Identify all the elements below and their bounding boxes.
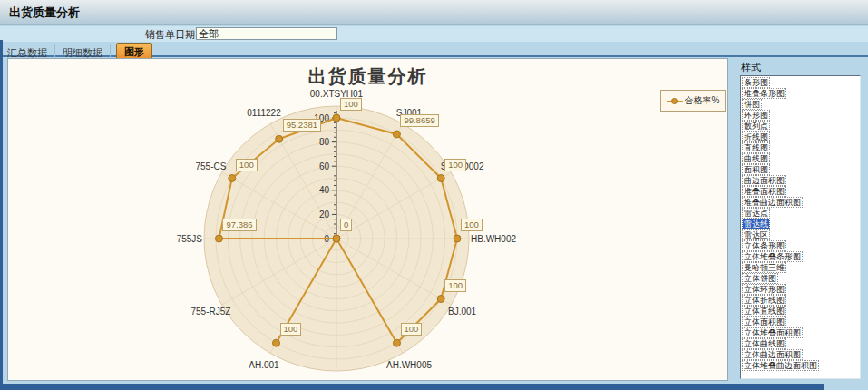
style-list-item[interactable]: 雷达区 <box>742 229 860 240</box>
style-list-item[interactable]: 立体直线图 <box>742 306 860 317</box>
window-titlebar: 出货质量分析 <box>0 0 868 25</box>
window-bottom-border <box>0 384 824 390</box>
data-point <box>454 235 461 242</box>
category-label: AH.001 <box>249 359 278 369</box>
value-label: 100 <box>401 323 423 336</box>
style-list-item[interactable]: 散列点 <box>742 121 860 132</box>
radar-chart: 020406080100 <box>8 59 728 381</box>
tab-graph[interactable]: 图形 <box>116 43 152 58</box>
window-left-border <box>0 40 3 390</box>
chart-legend: 合格率% <box>660 90 726 112</box>
category-label: AH.RH.001 <box>314 379 360 382</box>
data-point <box>273 339 280 346</box>
chart-title: 出货质量分析 <box>8 64 727 89</box>
style-list-item[interactable]: 堆叠曲边面积图 <box>742 197 860 208</box>
style-list-item[interactable]: 直线图 <box>742 142 860 153</box>
style-list-item[interactable]: 立体环形图 <box>742 284 860 295</box>
value-label: 0 <box>340 219 352 231</box>
data-point <box>229 175 236 182</box>
category-label: 755JS <box>177 234 202 244</box>
data-point <box>394 339 401 346</box>
axis-tick-label: 40 <box>319 185 330 195</box>
category-label: 755-CS <box>195 161 226 171</box>
data-point <box>437 175 444 182</box>
sales-date-input[interactable] <box>196 27 337 40</box>
style-list-item[interactable]: 雷达点 <box>742 208 860 219</box>
category-label: AH.WH005 <box>386 359 432 369</box>
tab-detail-data[interactable]: 明细数据 <box>55 44 111 58</box>
axis-tick-label: 20 <box>319 210 330 219</box>
value-label: 99.8659 <box>400 114 438 127</box>
data-point <box>333 114 340 122</box>
value-label: 100 <box>280 323 302 336</box>
style-list-item[interactable]: 环形图 <box>742 110 860 121</box>
chart-style-listbox[interactable]: 条形图堆叠条形图饼图环形图散列点折线图直线图曲线图面积图曲边面积图堆叠面积图堆叠… <box>740 75 861 379</box>
data-point <box>437 296 444 303</box>
value-label: 100 <box>444 279 466 292</box>
legend-line-dot-icon <box>667 98 683 104</box>
style-list-item[interactable]: 面积图 <box>742 164 860 175</box>
style-list-item[interactable]: 条形图 <box>742 77 860 88</box>
value-label: 95.2381 <box>283 119 321 132</box>
style-list-item[interactable]: 堆叠条形图 <box>742 88 860 99</box>
style-list-item[interactable]: 立体面积图 <box>742 317 860 327</box>
style-list-item[interactable]: 折线图 <box>742 132 860 142</box>
style-list-item[interactable]: 曲线图 <box>742 153 860 164</box>
data-point <box>393 131 400 138</box>
axis-tick-label: 60 <box>319 161 330 171</box>
tab-bar: 汇总数据明细数据图形 <box>0 42 868 57</box>
style-list-item[interactable]: 立体堆叠条形图 <box>742 251 860 262</box>
style-list-item[interactable]: 立体堆叠面积图 <box>742 327 860 338</box>
style-list-item[interactable]: 曲边面积图 <box>742 175 860 186</box>
style-list-item[interactable]: 立体堆叠曲边面积图 <box>742 360 860 371</box>
legend-label: 合格率% <box>685 94 720 107</box>
style-list-item[interactable]: 立体曲线图 <box>742 338 860 349</box>
style-list-item[interactable]: 堆叠面积图 <box>742 186 860 197</box>
style-list-item[interactable]: 饼图 <box>742 99 860 110</box>
style-list-item[interactable]: 立体饼图 <box>742 273 860 284</box>
value-label: 100 <box>340 98 362 111</box>
style-list-item[interactable]: 立体条形图 <box>742 240 860 251</box>
page-title: 出货质量分析 <box>9 5 80 21</box>
style-list-item[interactable]: 曼哈顿三维 <box>742 262 860 273</box>
category-label: HB.WH002 <box>471 234 516 244</box>
data-point <box>333 235 340 242</box>
chart-panel: 020406080100 出货质量分析 合格率% 00.XTSYH01SJ001… <box>7 58 728 381</box>
category-label: BJ.001 <box>448 307 476 317</box>
style-list-item[interactable]: 雷达线 <box>742 219 860 229</box>
value-label: 100 <box>444 159 466 171</box>
category-label: 00.XTSYH01 <box>310 89 363 99</box>
style-list-item[interactable]: 立体折线图 <box>742 295 860 306</box>
category-label: 0111222 <box>247 108 280 118</box>
data-point <box>276 135 283 142</box>
value-label: 100 <box>461 219 483 231</box>
value-label: 97.386 <box>222 219 256 231</box>
filter-bar: 销售单日期 <box>0 26 868 42</box>
tab-summary-data[interactable]: 汇总数据 <box>0 44 55 58</box>
category-label: 755-RJ5Z <box>190 307 230 317</box>
style-panel-title: 样式 <box>741 61 761 74</box>
axis-tick-label: 80 <box>319 137 330 147</box>
value-label: 100 <box>236 159 258 171</box>
sales-date-label: 销售单日期 <box>145 28 195 42</box>
data-point <box>215 235 222 242</box>
style-list-item[interactable]: 立体曲边面积图 <box>742 349 860 360</box>
